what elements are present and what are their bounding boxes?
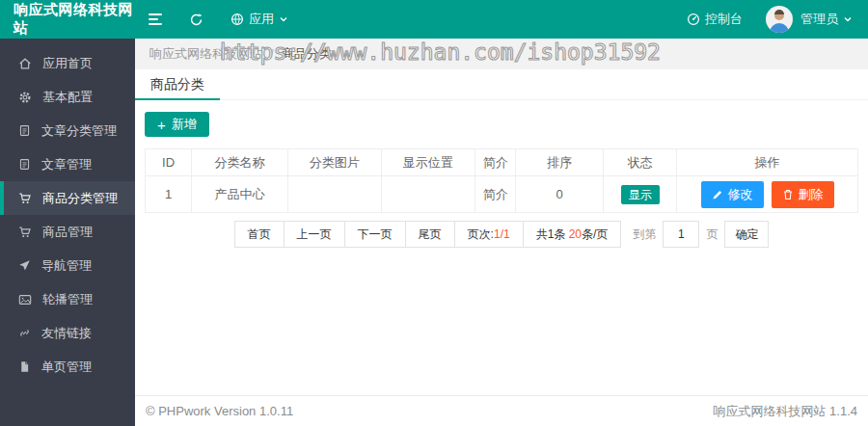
sidebar-item-article[interactable]: 文章管理 bbox=[0, 147, 135, 181]
sidebar-item-label: 商品分类管理 bbox=[42, 190, 118, 207]
col-header-image: 分类图片 bbox=[287, 149, 381, 176]
cell-id: 1 bbox=[146, 176, 192, 213]
cell-sort: 0 bbox=[516, 176, 604, 213]
header-right-nav: 控制台 管理员 bbox=[673, 0, 868, 39]
console-label: 控制台 bbox=[705, 11, 743, 28]
pagination-first[interactable]: 首页 bbox=[234, 221, 285, 248]
sidebar-item-label: 文章分类管理 bbox=[41, 122, 117, 140]
sidebar-item-carousel[interactable]: 轮播管理 bbox=[0, 282, 135, 316]
category-table: ID 分类名称 分类图片 显示位置 简介 排序 状态 操作 1 bbox=[145, 148, 858, 213]
dashboard-icon bbox=[687, 13, 700, 26]
cell-name: 产品中心 bbox=[192, 176, 288, 213]
per-page-number: 20 bbox=[569, 227, 582, 241]
delete-button-label: 删除 bbox=[799, 186, 824, 203]
sidebar-item-label: 应用首页 bbox=[42, 55, 93, 72]
sidebar-item-product-category[interactable]: 商品分类管理 bbox=[0, 181, 135, 215]
cell-position bbox=[381, 176, 475, 213]
sidebar-item-article-category[interactable]: 文章分类管理 bbox=[0, 114, 135, 147]
cell-intro: 简介 bbox=[475, 176, 516, 213]
top-header: 响应式网络科技网站 应用 bbox=[0, 0, 868, 39]
pagination: 首页 上一页 下一页 尾页 页次:1/1 共1条 20条/页 到第 页 确定 bbox=[145, 221, 858, 248]
edit-button[interactable]: 修改 bbox=[701, 181, 764, 208]
document-icon bbox=[18, 158, 31, 171]
sidebar-item-links[interactable]: 友情链接 bbox=[0, 316, 135, 350]
sidebar-item-label: 商品管理 bbox=[42, 224, 93, 241]
sidebar-item-home[interactable]: 应用首页 bbox=[0, 46, 135, 80]
gear-icon bbox=[18, 91, 32, 104]
refresh-button[interactable] bbox=[176, 0, 217, 39]
goto-label: 到第 bbox=[633, 226, 656, 243]
cart-icon bbox=[18, 192, 32, 205]
col-header-intro: 简介 bbox=[475, 149, 516, 176]
breadcrumb-root[interactable]: 响应式网络科技网站 bbox=[149, 46, 262, 61]
sidebar-item-label: 导航管理 bbox=[41, 257, 92, 275]
cell-actions: 修改 删除 bbox=[677, 176, 858, 213]
breadcrumb: 响应式网络科技网站/商品分类 bbox=[135, 39, 868, 69]
page-info-label: 页次: bbox=[468, 227, 494, 241]
confirm-button[interactable]: 确定 bbox=[724, 221, 769, 248]
footer-version: 响应式网络科技网站 1.1.4 bbox=[713, 403, 857, 420]
sidebar-item-navigation[interactable]: 导航管理 bbox=[0, 249, 135, 282]
col-header-position: 显示位置 bbox=[381, 149, 475, 176]
add-button-label: 新增 bbox=[172, 116, 197, 133]
add-button[interactable]: + 新增 bbox=[145, 112, 209, 137]
link-icon bbox=[18, 327, 31, 339]
tab-product-category[interactable]: 商品分类 bbox=[135, 69, 220, 99]
file-icon bbox=[18, 360, 31, 373]
content-card: 商品分类 + 新增 ID 分类名称 分类图片 bbox=[135, 69, 868, 395]
globe-icon bbox=[231, 13, 244, 26]
col-header-sort: 排序 bbox=[516, 149, 604, 176]
sidebar-nav: 应用首页 基本配置 文章分类管理 文章管理 商品分类管理 商品管理 导航管理 bbox=[0, 39, 135, 426]
pagination-total-info: 共1条 20条/页 bbox=[523, 221, 622, 248]
pagination-next[interactable]: 下一页 bbox=[344, 221, 406, 248]
per-page-suffix: 条/页 bbox=[582, 227, 608, 241]
user-avatar[interactable] bbox=[766, 6, 793, 33]
image-icon bbox=[18, 293, 32, 306]
app-window: 响应式网络科技网站 应用 bbox=[0, 0, 868, 426]
col-header-id: ID bbox=[146, 149, 192, 176]
sidebar-item-label: 单页管理 bbox=[41, 359, 92, 376]
send-icon bbox=[18, 259, 31, 272]
breadcrumb-current: 商品分类 bbox=[282, 46, 332, 61]
table-header-row: ID 分类名称 分类图片 显示位置 简介 排序 状态 操作 bbox=[146, 149, 858, 176]
goto-page-input[interactable] bbox=[663, 221, 699, 248]
sidebar-item-product[interactable]: 商品管理 bbox=[0, 215, 135, 249]
user-menu[interactable]: 管理员 bbox=[800, 0, 856, 39]
pagination-skip: 到第 页 确定 bbox=[633, 221, 769, 248]
pencil-icon bbox=[712, 189, 723, 200]
sidebar-item-label: 友情链接 bbox=[41, 325, 92, 342]
card-body: + 新增 ID 分类名称 分类图片 显示位置 简介 bbox=[135, 100, 868, 248]
plus-icon: + bbox=[157, 118, 166, 132]
total-label: 共1条 bbox=[536, 227, 566, 241]
table-row: 1 产品中心 简介 0 显示 bbox=[146, 176, 858, 213]
breadcrumb-separator: / bbox=[270, 46, 274, 61]
main-content: 响应式网络科技网站/商品分类 商品分类 + 新增 bbox=[135, 39, 868, 426]
pagination-prev[interactable]: 上一页 bbox=[284, 221, 345, 248]
tab-bar: 商品分类 bbox=[135, 69, 868, 100]
collapse-sidebar-button[interactable] bbox=[135, 0, 176, 39]
status-badge[interactable]: 显示 bbox=[621, 185, 660, 204]
user-name-label: 管理员 bbox=[800, 11, 838, 28]
app-menu[interactable]: 应用 bbox=[217, 0, 302, 39]
home-icon bbox=[18, 57, 32, 70]
chevron-down-icon bbox=[279, 14, 288, 24]
footer: © PHPwork Version 1.0.11 响应式网络科技网站 1.1.4 bbox=[135, 395, 868, 426]
refresh-icon bbox=[189, 13, 203, 27]
col-header-name: 分类名称 bbox=[192, 149, 288, 176]
col-header-actions: 操作 bbox=[677, 149, 858, 176]
hamburger-icon bbox=[149, 13, 162, 25]
pagination-group: 首页 上一页 下一页 尾页 页次:1/1 共1条 20条/页 bbox=[234, 221, 622, 248]
trash-icon bbox=[782, 189, 794, 200]
app-menu-label: 应用 bbox=[249, 11, 274, 28]
pagination-last[interactable]: 尾页 bbox=[405, 221, 455, 248]
sidebar-item-single-page[interactable]: 单页管理 bbox=[0, 350, 135, 384]
footer-copyright: © PHPwork Version 1.0.11 bbox=[146, 404, 293, 418]
col-header-status: 状态 bbox=[604, 149, 677, 176]
sidebar-item-label: 基本配置 bbox=[42, 89, 93, 106]
console-button[interactable]: 控制台 bbox=[673, 0, 756, 39]
delete-button[interactable]: 删除 bbox=[772, 181, 834, 208]
edit-button-label: 修改 bbox=[728, 186, 753, 203]
sidebar-item-label: 文章管理 bbox=[41, 156, 92, 173]
sidebar-item-config[interactable]: 基本配置 bbox=[0, 80, 135, 114]
goto-unit: 页 bbox=[706, 226, 718, 243]
